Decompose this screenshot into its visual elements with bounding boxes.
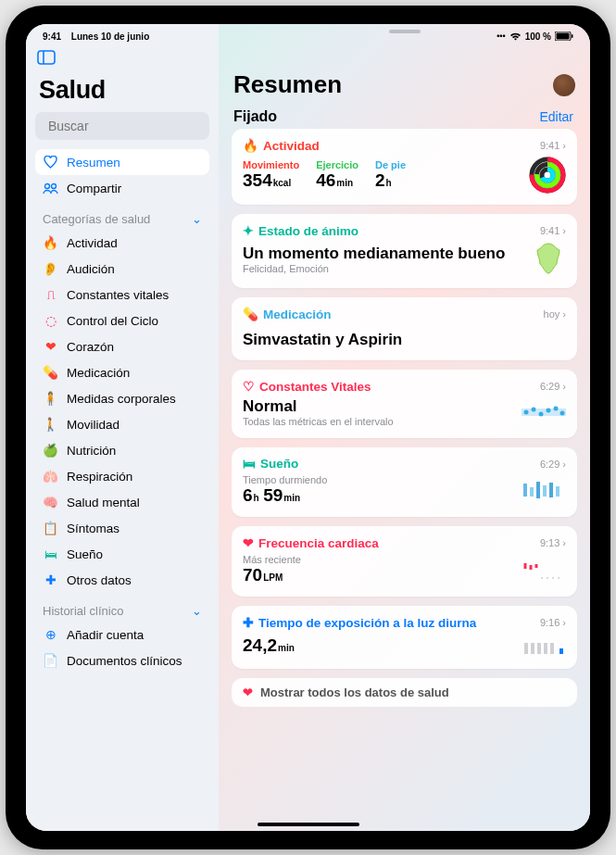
flame-icon: 🔥 — [243, 138, 258, 153]
show-all-button[interactable]: ❤ Mostrar todos los datos de salud — [232, 678, 577, 707]
svg-rect-26 — [543, 485, 547, 497]
svg-point-21 — [554, 407, 559, 411]
sidebar-item-label: Nutrición — [67, 444, 116, 458]
edit-button[interactable]: Editar — [539, 109, 573, 124]
sidebar-item-salud-mental[interactable]: 🧠Salud mental — [35, 489, 209, 515]
svg-rect-40 — [550, 643, 554, 654]
sidebar-item-documentos-clínicos[interactable]: 📄Documentos clínicos — [35, 648, 209, 673]
ear-icon: 👂 — [43, 261, 58, 276]
sidebar-item-label: Control del Ciclo — [67, 314, 158, 328]
sidebar-item-label: Síntomas — [67, 522, 119, 535]
sidebar-item-actividad[interactable]: 🔥Actividad — [35, 230, 209, 256]
sidebar-item-resumen[interactable]: Resumen — [35, 149, 209, 175]
ecg-icon: ⎍ — [43, 288, 58, 302]
status-date: Lunes 10 de junio — [71, 31, 149, 42]
status-bar: 9:41 Lunes 10 de junio ••• 100 % — [26, 28, 590, 44]
body-icon: 🧍 — [43, 391, 58, 406]
battery-text: 100 % — [525, 31, 551, 42]
card-sleep[interactable]: 🛏Sueño 6:29› Tiempo durmiendo6h 59min — [232, 447, 577, 517]
sidebar-item-respiración[interactable]: 🫁Respiración — [35, 463, 209, 489]
card-activity[interactable]: 🔥Actividad 9:41› Movimiento354kcal Ejerc… — [232, 129, 577, 205]
sidebar-item-movilidad[interactable]: 🚶Movilidad — [35, 411, 209, 437]
lungs-icon: 🫁 — [43, 469, 58, 484]
svg-point-34 — [552, 577, 554, 579]
svg-point-19 — [539, 412, 544, 417]
chevron-down-icon: ⌄ — [192, 212, 202, 226]
section-categories[interactable]: Categorías de salud ⌄ — [35, 201, 209, 230]
pill-icon: 💊 — [43, 365, 58, 380]
svg-point-22 — [560, 411, 565, 416]
wifi-icon — [509, 31, 522, 41]
cycle-icon: ◌ — [43, 313, 58, 328]
sidebar-item-constantes-vitales[interactable]: ⎍Constantes vitales — [35, 282, 209, 308]
svg-rect-25 — [536, 482, 540, 498]
card-heartrate[interactable]: ❤Frecuencia cardiaca 9:13› Más reciente7… — [232, 526, 577, 597]
svg-rect-2 — [572, 34, 573, 38]
sidebar-item-label: Compartir — [67, 182, 121, 195]
home-indicator[interactable] — [258, 823, 359, 826]
sleep-bars-icon — [522, 478, 566, 502]
sidebar-item-label: Documentos clínicos — [67, 654, 182, 668]
mobility-icon: 🚶 — [43, 417, 58, 432]
vitals-sparkline-icon — [522, 400, 566, 424]
heart-outline-icon — [43, 156, 58, 169]
sidebar-item-label: Resumen — [67, 156, 120, 170]
pinned-label: Fijado — [233, 108, 277, 125]
sidebar-item-medidas-corporales[interactable]: 🧍Medidas corporales — [35, 385, 209, 411]
flame-icon: 🔥 — [43, 235, 58, 250]
avatar[interactable] — [553, 74, 575, 96]
svg-point-8 — [45, 183, 50, 188]
search-input[interactable] — [48, 119, 210, 133]
sidebar-item-label: Medicación — [67, 366, 130, 380]
sidebar-item-síntomas[interactable]: 📋Síntomas — [35, 515, 209, 541]
card-vitals[interactable]: ♡Constantes Vitales 6:29› NormalTodas la… — [232, 370, 577, 438]
sidebar-item-label: Otros datos — [67, 573, 132, 587]
section-clinical[interactable]: Historial clínico ⌄ — [35, 593, 209, 622]
card-medication[interactable]: 💊Medicación hoy› Simvastatin y Aspirin — [232, 297, 577, 360]
sidebar-item-medicación[interactable]: 💊Medicación — [35, 359, 209, 385]
sidebar-item-control-del-ciclo[interactable]: ◌Control del Ciclo — [35, 308, 209, 333]
heart-icon: ❤ — [43, 339, 58, 354]
sidebar-item-sueño[interactable]: 🛏Sueño — [35, 541, 209, 567]
sidebar-item-label: Respiración — [67, 470, 132, 484]
page-title: Resumen — [233, 70, 342, 99]
card-mood[interactable]: ✦Estado de ánimo 9:41› Un momento median… — [232, 214, 577, 288]
svg-rect-23 — [523, 484, 527, 497]
apple-icon: 🍏 — [43, 443, 58, 458]
plus-circle-icon: ⊕ — [43, 627, 58, 642]
people-icon — [43, 182, 58, 195]
sidebar-item-label: Añadir cuenta — [67, 628, 144, 642]
sidebar-item-compartir[interactable]: Compartir — [35, 175, 209, 201]
sidebar-item-nutrición[interactable]: 🍏Nutrición — [35, 437, 209, 463]
svg-point-32 — [541, 577, 543, 579]
svg-rect-38 — [537, 643, 541, 654]
search-field[interactable] — [35, 112, 209, 140]
bed-icon: 🛏 — [243, 457, 256, 471]
daylight-bars-icon — [522, 634, 566, 658]
sidebar-item-label: Corazón — [67, 340, 114, 354]
svg-point-9 — [52, 183, 57, 188]
chevron-down-icon: ⌄ — [192, 604, 202, 618]
sidebar-toggle-icon[interactable] — [37, 50, 209, 69]
svg-rect-1 — [557, 33, 570, 40]
sidebar-item-corazón[interactable]: ❤Corazón — [35, 333, 209, 359]
ecg-icon: ♡ — [243, 379, 255, 394]
sidebar-item-label: Audición — [67, 262, 115, 276]
svg-point-17 — [524, 410, 529, 415]
main-content: Resumen Fijado Editar 🔥Actividad 9:41› M… — [219, 24, 590, 831]
sidebar: Salud ResumenCompartir Categorías de sal… — [26, 24, 219, 831]
hr-dots-icon — [522, 558, 566, 582]
sidebar-item-añadir-cuenta[interactable]: ⊕Añadir cuenta — [35, 622, 209, 648]
mood-icon — [531, 242, 566, 277]
card-daylight[interactable]: ✚Tiempo de exposición a la luz diurna 9:… — [232, 606, 577, 669]
sidebar-item-label: Medidas corporales — [67, 392, 176, 406]
brain-icon: 🧠 — [43, 495, 58, 509]
sidebar-item-audición[interactable]: 👂Audición — [35, 256, 209, 282]
sidebar-item-label: Sueño — [67, 547, 103, 561]
svg-rect-36 — [524, 643, 528, 654]
svg-point-33 — [547, 577, 548, 579]
sidebar-item-otros-datos[interactable]: ✚Otros datos — [35, 567, 209, 593]
svg-point-35 — [558, 577, 559, 579]
sidebar-item-label: Salud mental — [67, 496, 140, 509]
sidebar-item-label: Movilidad — [67, 418, 119, 432]
